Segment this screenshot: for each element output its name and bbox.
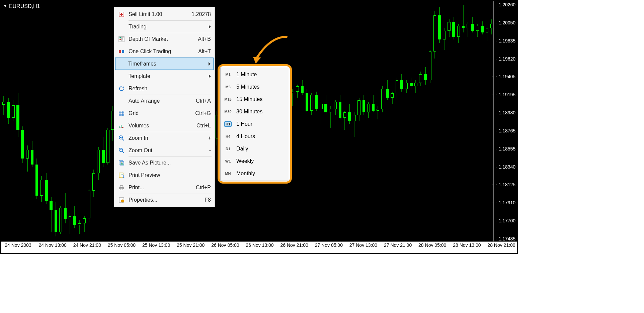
timeframe-code: H1 — [224, 121, 232, 127]
menu-item-template[interactable]: Template — [115, 70, 214, 82]
candle — [7, 1, 10, 241]
timeframe-code: M1 — [224, 72, 232, 77]
menu-item-accel: Alt+T — [195, 48, 211, 55]
x-tick: 26 Nov 05:00 — [211, 242, 239, 248]
candle — [301, 1, 304, 241]
menu-item-auto-arrange[interactable]: Auto ArrangeCtrl+A — [115, 95, 214, 107]
candle — [433, 1, 436, 241]
candle — [102, 1, 104, 241]
timeframe-item-m5[interactable]: M55 Minutes — [222, 81, 288, 93]
menu-item-sell-limit-1-00[interactable]: Sell Limit 1.001.20278 — [115, 8, 214, 20]
candle — [348, 1, 351, 241]
candle — [481, 1, 483, 241]
y-tick: - 1.19405 — [494, 74, 517, 79]
candle — [471, 1, 474, 241]
submenu-arrow-icon — [209, 75, 211, 78]
candle — [353, 1, 355, 241]
timeframe-item-w1[interactable]: W1Weekly — [222, 155, 288, 167]
timeframe-item-h4[interactable]: H44 Hours — [222, 130, 288, 142]
y-tick: - 1.17700 — [494, 218, 517, 223]
timeframe-item-m15[interactable]: M1515 Minutes — [222, 93, 288, 105]
timeframe-item-m1[interactable]: M11 Minute — [222, 68, 288, 81]
candle — [64, 1, 67, 241]
candle — [396, 1, 398, 241]
menu-item-grid[interactable]: GridCtrl+G — [115, 107, 214, 119]
menu-item-refresh[interactable]: Refresh — [115, 82, 214, 95]
y-tick: - 1.17910 — [494, 200, 517, 205]
svg-point-19 — [121, 175, 124, 177]
menu-item-label: Grid — [128, 110, 192, 116]
svg-rect-16 — [120, 162, 124, 165]
candle — [40, 1, 43, 241]
x-tick: 27 Nov 05:00 — [315, 242, 343, 248]
candle — [462, 1, 465, 241]
timeframe-item-h1[interactable]: H11 Hour — [222, 118, 288, 130]
x-tick: 27 Nov 13:00 — [349, 242, 377, 248]
timeframe-label: 1 Minute — [234, 72, 257, 78]
candle — [448, 1, 450, 241]
menu-item-label: Timeframes — [128, 61, 209, 67]
menu-item-save-as-picture[interactable]: Save As Picture... — [115, 156, 214, 169]
candle — [26, 1, 29, 241]
volumes-icon — [118, 123, 125, 129]
candle — [419, 1, 422, 241]
candle — [50, 1, 52, 241]
svg-rect-9 — [122, 50, 124, 53]
menu-item-label: One Click Trading — [128, 48, 195, 55]
svg-rect-8 — [119, 50, 121, 53]
menu-item-zoom-in[interactable]: Zoom In+ — [115, 132, 214, 144]
candle — [438, 1, 441, 241]
time-axis: 24 Nov 200324 Nov 13:0024 Nov 21:0025 No… — [1, 241, 517, 253]
menu-item-zoom-out[interactable]: Zoom Out- — [115, 144, 214, 156]
menu-item-print[interactable]: Print...Ctrl+P — [115, 181, 214, 194]
menu-item-accel: + — [205, 135, 211, 141]
timeframe-label: Monthly — [234, 171, 255, 177]
chart-context-menu: Sell Limit 1.001.20278TradingDepth Of Ma… — [114, 7, 215, 207]
props-icon — [118, 197, 125, 203]
timeframe-item-d1[interactable]: D1Daily — [222, 142, 288, 155]
menu-item-depth-of-market[interactable]: Depth Of MarketAlt+B — [115, 33, 214, 45]
timeframe-label: 1 Hour — [234, 121, 252, 127]
candle — [73, 1, 76, 241]
menu-item-volumes[interactable]: VolumesCtrl+L — [115, 119, 214, 132]
menu-item-accel: Ctrl+A — [193, 98, 211, 104]
candle — [486, 1, 488, 241]
menu-item-one-click-trading[interactable]: One Click TradingAlt+T — [115, 45, 214, 58]
candle — [21, 1, 24, 241]
svg-rect-12 — [122, 127, 123, 128]
timeframe-label: 30 Minutes — [234, 109, 262, 115]
svg-point-17 — [121, 162, 122, 163]
x-tick: 26 Nov 21:00 — [280, 242, 308, 248]
menu-item-trading[interactable]: Trading — [115, 20, 214, 33]
candle — [490, 1, 493, 241]
candle — [320, 1, 322, 241]
candle — [467, 1, 469, 241]
timeframes-submenu: M11 MinuteM55 MinutesM1515 MinutesM3030 … — [220, 67, 289, 181]
timeframe-item-mn[interactable]: MNMonthly — [222, 167, 288, 180]
candle — [405, 1, 408, 241]
menu-item-timeframes[interactable]: Timeframes — [115, 58, 214, 70]
x-tick: 27 Nov 21:00 — [384, 242, 412, 248]
svg-rect-10 — [119, 126, 120, 128]
menu-item-print-preview[interactable]: Print Preview — [115, 169, 214, 181]
x-tick: 28 Nov 05:00 — [418, 242, 446, 248]
x-tick: 25 Nov 13:00 — [142, 242, 170, 248]
candle — [443, 1, 446, 241]
timeframe-code: MN — [224, 171, 232, 176]
timeframe-label: Daily — [234, 146, 248, 152]
timeframe-label: 4 Hours — [234, 133, 255, 139]
timeframe-code: D1 — [224, 146, 232, 151]
menu-item-label: Zoom Out — [128, 147, 207, 153]
price-axis: - 1.20260- 1.20050- 1.19835- 1.19620- 1.… — [493, 1, 517, 241]
y-tick: - 1.18340 — [494, 164, 517, 170]
y-tick: - 1.18765 — [494, 128, 517, 133]
menu-item-properties[interactable]: Properties...F8 — [115, 194, 214, 206]
timeframe-label: Weekly — [234, 158, 254, 164]
candle — [78, 1, 81, 241]
submenu-arrow-icon — [209, 62, 211, 66]
candle — [357, 1, 360, 241]
candle — [59, 1, 62, 241]
menu-item-accel: Alt+B — [195, 36, 211, 42]
timeframe-item-m30[interactable]: M3030 Minutes — [222, 105, 288, 118]
menu-item-label: Print... — [128, 185, 193, 191]
